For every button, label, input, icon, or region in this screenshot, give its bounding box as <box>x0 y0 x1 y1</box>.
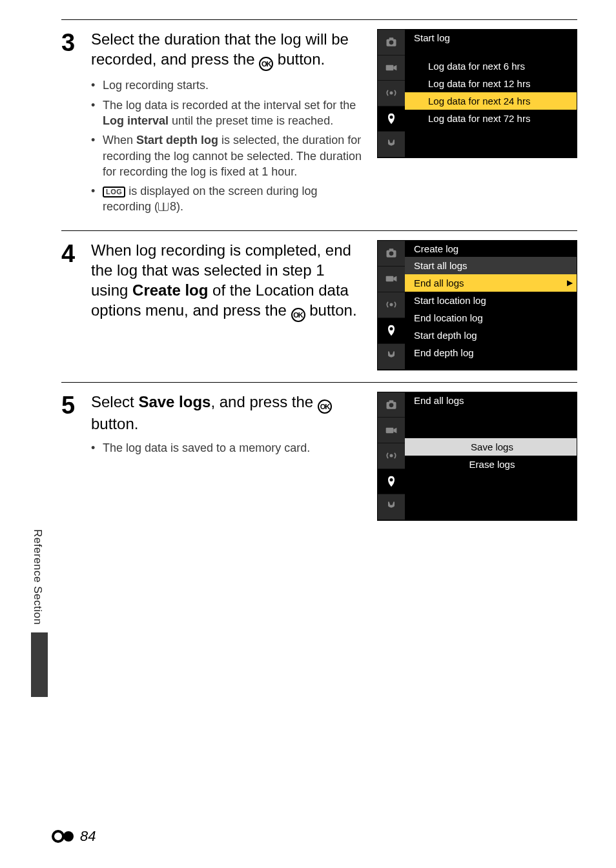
menu-tabs <box>378 392 405 520</box>
step-heading: Select Save logs, and press the OK butto… <box>91 392 364 434</box>
tab-camera-icon <box>378 30 405 56</box>
menu-tabs <box>378 241 405 370</box>
tab-camera-icon <box>378 241 405 267</box>
menu-subtitle: Start all logs <box>405 257 577 274</box>
step-3: 3 Select the duration that the log will … <box>61 19 577 230</box>
svg-point-16 <box>390 455 392 457</box>
svg-point-8 <box>389 252 394 256</box>
tab-setup-icon <box>378 132 405 157</box>
svg-rect-13 <box>389 400 394 402</box>
svg-rect-9 <box>386 276 394 281</box>
tab-setup-icon <box>378 344 405 370</box>
menu-item: Log data for next 12 hrs <box>405 75 577 92</box>
svg-point-14 <box>389 403 394 408</box>
bullet: When Start depth log is selected, the du… <box>91 132 364 179</box>
step-number: 3 <box>61 30 79 55</box>
chevron-right-icon: ▶ <box>567 278 573 287</box>
svg-point-19 <box>63 831 74 842</box>
tab-signal-icon <box>378 292 405 318</box>
bullet-list: Log recording starts. The log data is re… <box>91 77 364 214</box>
step-heading: Select the duration that the log will be… <box>91 29 364 71</box>
svg-point-11 <box>390 327 393 330</box>
menu-item: End location log <box>405 309 577 327</box>
side-tab-marker <box>31 632 48 697</box>
step-heading: When log recording is completed, end the… <box>91 240 364 323</box>
menu-item-selected: Save logs <box>405 438 577 456</box>
page-footer: 84 <box>52 828 96 845</box>
svg-point-10 <box>390 304 392 306</box>
menu-title: Start log <box>405 30 577 46</box>
step-number: 4 <box>61 241 79 266</box>
menu-item: End depth log <box>405 344 577 361</box>
svg-point-18 <box>53 831 63 842</box>
tab-movie-icon <box>378 418 405 443</box>
menu-start-log: Start log Log data for next 6 hrs Log da… <box>377 29 577 158</box>
tab-location-icon <box>378 469 405 495</box>
menu-title: Create log <box>405 241 577 257</box>
tab-movie-icon <box>378 267 405 292</box>
menu-item-selected: End all logs▶ <box>405 274 577 292</box>
menu-title: End all logs <box>405 392 577 409</box>
book-icon <box>158 203 169 211</box>
tab-signal-icon <box>378 81 405 106</box>
menu-item-selected: Log data for next 24 hrs <box>405 92 577 110</box>
bullet: LOG is displayed on the screen during lo… <box>91 183 364 215</box>
svg-rect-1 <box>389 38 394 40</box>
bullet: Log recording starts. <box>91 77 364 93</box>
menu-item: Erase logs <box>405 456 577 473</box>
page-number: 84 <box>80 828 96 845</box>
svg-point-4 <box>390 92 392 94</box>
svg-point-2 <box>389 41 394 45</box>
ok-icon: OK <box>318 399 332 414</box>
tab-movie-icon <box>378 56 405 81</box>
menu-end-all-logs: End all logs Save logs Erase logs <box>377 392 577 521</box>
step-number: 5 <box>61 393 79 418</box>
ok-icon: OK <box>259 57 273 71</box>
footer-link-icon <box>52 829 77 844</box>
menu-tabs <box>378 30 405 157</box>
menu-item: Start depth log <box>405 327 577 344</box>
side-tab-label: Reference Section <box>31 529 44 625</box>
menu-item: Log data for next 72 hrs <box>405 110 577 127</box>
menu-item: Log data for next 6 hrs <box>405 57 577 75</box>
svg-rect-3 <box>386 65 394 70</box>
tab-setup-icon <box>378 494 405 520</box>
svg-rect-7 <box>389 249 394 251</box>
svg-point-5 <box>390 116 393 119</box>
tab-location-icon <box>378 318 405 344</box>
tab-signal-icon <box>378 443 405 469</box>
ok-icon: OK <box>291 308 305 322</box>
bullet: The log data is saved to a memory card. <box>91 440 364 456</box>
log-icon: LOG <box>103 187 125 197</box>
tab-location-icon <box>378 106 405 132</box>
menu-item: Start location log <box>405 292 577 309</box>
step-4: 4 When log recording is completed, end t… <box>61 230 577 382</box>
svg-point-17 <box>390 478 393 481</box>
bullet-list: The log data is saved to a memory card. <box>91 440 364 456</box>
step-5: 5 Select Save logs, and press the OK but… <box>61 382 577 532</box>
bullet: The log data is recorded at the interval… <box>91 97 364 129</box>
menu-create-log: Create log Start all logs End all logs▶ … <box>377 240 577 370</box>
tab-camera-icon <box>378 392 405 418</box>
svg-rect-15 <box>386 427 394 432</box>
